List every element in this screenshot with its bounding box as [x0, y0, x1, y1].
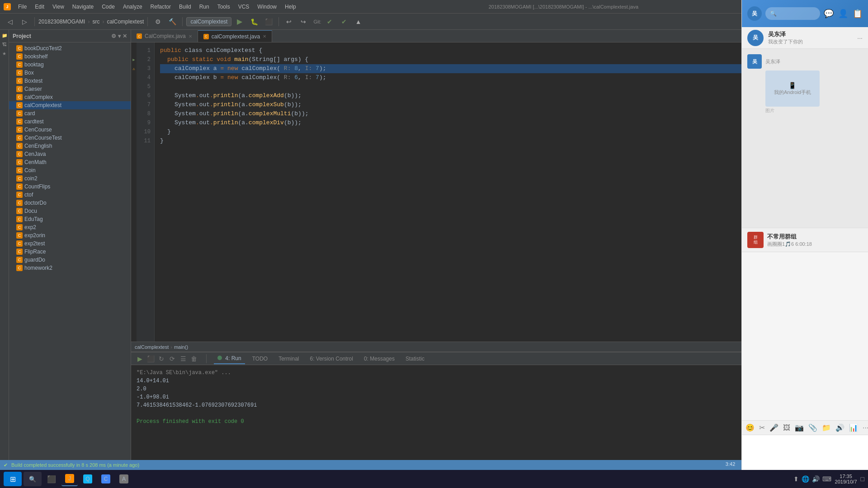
sidebar-project-icon[interactable]: 📁 [1, 32, 8, 39]
tree-item-card[interactable]: C card [9, 109, 131, 117]
vcs-commit-button[interactable]: ✔ [338, 15, 350, 28]
taskbar-time[interactable]: 17:35 2019/10/7 [835, 474, 857, 484]
undo-button[interactable]: ↩ [283, 15, 295, 28]
run-tab-statistic[interactable]: Statistic [402, 354, 428, 364]
audio-button[interactable]: 🔊 [835, 423, 844, 432]
tree-item-CenEnglish[interactable]: C CenEnglish [9, 142, 131, 150]
back-button[interactable]: ◁ [4, 15, 16, 28]
run-tab-messages[interactable]: 0: Messages [360, 354, 398, 364]
run-tab-version-control[interactable]: 6: Version Control [307, 354, 357, 364]
taskbar-app-4[interactable]: A [116, 472, 132, 486]
run-configuration[interactable]: calComplextest [186, 17, 231, 26]
show-desktop-button[interactable]: □ [861, 475, 864, 483]
tree-item-EduTag[interactable]: C EduTag [9, 215, 131, 223]
qq-chat-icon[interactable]: 💬 [824, 9, 834, 19]
run-rerun2-button[interactable]: ⟳ [167, 354, 177, 364]
tree-item-FlipRace[interactable]: C FlipRace [9, 248, 131, 256]
qq-second-contact[interactable]: 群组 不常用群组 画圈圈1🎵6 6:00:18 [742, 228, 868, 252]
compose-input[interactable] [742, 435, 868, 474]
tab-calComplextest[interactable]: C calComplextest.java ✕ [198, 30, 272, 42]
menu-help[interactable]: Help [281, 3, 300, 11]
tree-item-CenJava[interactable]: C CenJava [9, 150, 131, 158]
tree-item-Caeser[interactable]: C Caeser [9, 85, 131, 93]
tree-item-booktag[interactable]: C booktag [9, 61, 131, 69]
qq-apps-icon[interactable]: 📋 [853, 9, 863, 19]
tray-volume-icon[interactable]: 🔊 [812, 475, 820, 483]
menu-run[interactable]: Run [196, 3, 213, 11]
menu-analyze[interactable]: Analyze [119, 3, 146, 11]
capture-button[interactable]: 📷 [795, 423, 804, 432]
tree-item-Docu[interactable]: C Docu [9, 207, 131, 215]
taskbar-qq[interactable]: Q [80, 472, 96, 486]
tree-item-CenCourse[interactable]: C CenCourse [9, 126, 131, 134]
tree-item-Boxtest[interactable]: C Boxtest [9, 77, 131, 85]
tree-item-Coin[interactable]: C Coin [9, 166, 131, 174]
run-start-button[interactable]: ▶ [135, 354, 145, 364]
start-button[interactable]: ⊞ [4, 472, 22, 486]
tree-item-guardDo[interactable]: C guardDo [9, 256, 131, 264]
run-tab-run[interactable]: 4: Run [214, 353, 245, 364]
tab-close-calComplextest[interactable]: ✕ [263, 34, 266, 39]
project-gear-button[interactable]: ▾ [118, 33, 121, 39]
run-tab-todo[interactable]: TODO [249, 354, 271, 364]
image-button[interactable]: 🖼 [783, 424, 790, 432]
voice-button[interactable]: 🎤 [769, 423, 778, 432]
qq-avatar-button[interactable]: 吴 [747, 6, 762, 21]
folder-button[interactable]: 📁 [822, 423, 831, 432]
menu-refactor[interactable]: Refactor [147, 3, 175, 11]
tree-item-CountFlips[interactable]: C CountFlips [9, 183, 131, 191]
tree-item-bookDucoTest2[interactable]: C bookDucoTest2 [9, 44, 131, 52]
menu-window[interactable]: Window [254, 3, 280, 11]
sidebar-favorites-icon[interactable]: ★ [1, 50, 8, 57]
vcs-push-button[interactable]: ▲ [352, 15, 365, 28]
taskbar-intellij[interactable]: J [61, 472, 78, 486]
tray-keyboard-icon[interactable]: ⌨ [822, 475, 831, 483]
tab-close-CalComplex[interactable]: ✕ [189, 34, 192, 39]
menu-vcs[interactable]: VCS [235, 3, 253, 11]
settings-button[interactable]: ⚙ [151, 15, 164, 28]
tree-item-homework2[interactable]: C homework2 [9, 264, 131, 272]
cut-button[interactable]: ✂ [759, 423, 765, 432]
tray-arrow-icon[interactable]: ⬆ [793, 475, 799, 483]
run-rerun-button[interactable]: ↻ [156, 354, 166, 364]
run-button[interactable]: ▶ [233, 15, 246, 28]
breadcrumb-method[interactable]: main() [174, 344, 188, 350]
debug-button[interactable]: 🐛 [248, 15, 260, 28]
tree-item-calComplextest[interactable]: C calComplextest [9, 101, 131, 109]
vcs-update-button[interactable]: ✔ [323, 15, 336, 28]
run-build-button[interactable]: 🔨 [166, 15, 179, 28]
qq-header-more-button[interactable]: ··· [857, 34, 863, 42]
menu-view[interactable]: View [49, 3, 68, 11]
emoji-button[interactable]: 😊 [745, 423, 755, 432]
menu-edit[interactable]: Edit [31, 3, 48, 11]
tree-item-ctof[interactable]: C ctof [9, 191, 131, 199]
tree-item-CenMath[interactable]: C CenMath [9, 158, 131, 166]
tree-item-bookshelf[interactable]: C bookshelf [9, 52, 131, 61]
tree-item-exp2orin[interactable]: C exp2orin [9, 231, 131, 239]
sidebar-structure-icon[interactable]: 🏗 [1, 41, 8, 48]
more-tools-button[interactable]: ··· [863, 424, 868, 432]
tree-item-exp2test[interactable]: C exp2test [9, 239, 131, 248]
taskbar-chrome[interactable]: C [98, 472, 114, 486]
tree-item-exp2[interactable]: C exp2 [9, 223, 131, 231]
run-stop-button[interactable]: ⬛ [146, 354, 156, 364]
project-hide-button[interactable]: ✕ [123, 33, 127, 39]
tray-network-icon[interactable]: 🌐 [802, 475, 809, 483]
tree-item-cardtest[interactable]: C cardtest [9, 117, 131, 126]
attach-button[interactable]: 📎 [808, 423, 817, 432]
tree-item-Box[interactable]: C Box [9, 69, 131, 77]
menu-navigate[interactable]: Navigate [69, 3, 97, 11]
chart-button[interactable]: 📊 [849, 423, 858, 432]
qq-contacts-icon[interactable]: 👤 [838, 9, 848, 19]
taskbar-taskview[interactable]: ⬛ [43, 472, 60, 486]
run-filter-button[interactable]: ☰ [178, 354, 188, 364]
stop-button[interactable]: ⬛ [262, 15, 275, 28]
menu-file[interactable]: File [14, 3, 30, 11]
cursor-position[interactable]: 3:42 [726, 461, 735, 469]
tab-CalComplex[interactable]: C CalComplex.java ✕ [131, 30, 198, 42]
menu-code[interactable]: Code [98, 3, 118, 11]
taskbar-search[interactable]: 🔍 [24, 472, 42, 486]
tree-item-calComplex[interactable]: C calComplex [9, 93, 131, 101]
tree-item-CenCourseTest[interactable]: C CenCourseTest [9, 134, 131, 142]
run-clear-button[interactable]: 🗑 [189, 354, 199, 364]
